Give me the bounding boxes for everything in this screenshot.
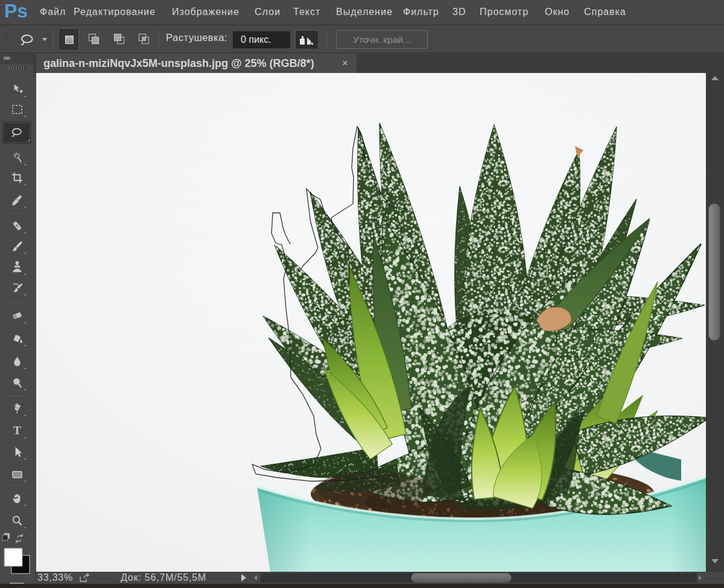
svg-text:T: T — [13, 424, 21, 437]
